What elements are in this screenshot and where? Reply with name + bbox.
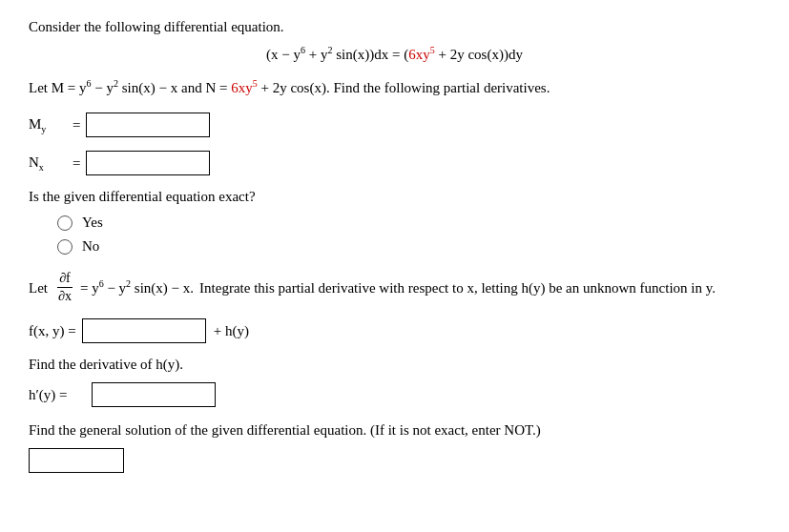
main-equation: (x − y6 + y2 sin(x))dx = (6xy5 + 2y cos(…: [29, 45, 760, 63]
fraction-numerator: ∂f: [57, 270, 73, 288]
radio-circle-yes[interactable]: [57, 215, 73, 231]
hprime-input[interactable]: [92, 382, 216, 407]
fxy-row: f(x, y) = + h(y): [29, 318, 760, 343]
nx-label: Nx: [29, 154, 67, 173]
hprime-section: Find the derivative of h(y). h′(y) =: [29, 357, 760, 407]
nx-row: Nx =: [29, 151, 760, 175]
exact-section: Is the given differential equation exact…: [29, 189, 760, 255]
my-input[interactable]: [86, 113, 210, 137]
let-word: Let: [29, 274, 48, 302]
my-equals: =: [73, 117, 80, 133]
let-integral-suffix: Integrate this partial derivative with r…: [199, 274, 716, 302]
no-label: No: [82, 238, 99, 255]
eq-rhs-red: 6xy5: [408, 47, 435, 62]
general-solution-input[interactable]: [29, 448, 124, 473]
nx-input[interactable]: [86, 151, 210, 175]
fraction-denominator: ∂x: [56, 288, 73, 305]
radio-no[interactable]: No: [57, 238, 760, 255]
fxy-input[interactable]: [82, 318, 206, 343]
fraction-dfdx: ∂f ∂x: [56, 270, 73, 305]
plus-hy-label: + h(y): [214, 323, 249, 339]
my-label: My: [29, 116, 67, 134]
let-integral-line: Let ∂f ∂x = y6 − y2 sin(x) − x. Integrat…: [29, 270, 760, 305]
intro-paragraph: Consider the following differential equa…: [29, 19, 284, 34]
intro-text: Consider the following differential equa…: [29, 19, 760, 35]
yes-label: Yes: [82, 215, 103, 231]
eq-rhs-end: + 2y cos(x))dy: [435, 47, 523, 62]
radio-group: Yes No: [57, 215, 760, 255]
radio-yes[interactable]: Yes: [57, 215, 760, 231]
let-integral-eq: = y6 − y2 sin(x) − x.: [80, 274, 194, 302]
general-solution-section: Find the general solution of the given d…: [29, 422, 760, 473]
my-row: My =: [29, 113, 760, 137]
hprime-question: Find the derivative of h(y).: [29, 357, 760, 373]
general-solution-question: Find the general solution of the given d…: [29, 422, 760, 439]
eq-lhs-start: (x − y6 + y2 sin(x))dx = (: [266, 47, 408, 62]
exact-question: Is the given differential equation exact…: [29, 189, 760, 205]
hprime-eq-label: h′(y) =: [29, 387, 86, 403]
fxy-label: f(x, y) =: [29, 323, 76, 339]
hprime-row: h′(y) =: [29, 382, 760, 407]
nx-equals: =: [73, 155, 80, 172]
and-text: and: [181, 80, 202, 95]
radio-circle-no[interactable]: [57, 239, 73, 255]
let-mn-line: Let M = y6 − y2 sin(x) − x and N = 6xy5 …: [29, 76, 760, 99]
general-solution-input-row: [29, 448, 760, 473]
